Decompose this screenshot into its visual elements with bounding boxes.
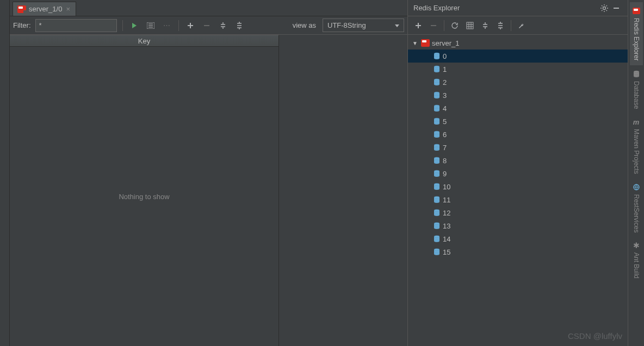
vtab-restservices[interactable]: RestServices xyxy=(630,178,643,237)
editor-tab[interactable]: server_1/0 × xyxy=(13,2,76,16)
encoding-select[interactable]: UTF-8String xyxy=(323,18,404,32)
server-name: server_1 xyxy=(432,39,460,47)
redis-icon xyxy=(421,39,430,47)
separator xyxy=(444,20,444,31)
separator xyxy=(122,20,123,31)
empty-message: Nothing to show xyxy=(119,193,169,201)
server-tree[interactable]: ▼ server_1 0123456789101112131415 xyxy=(408,35,628,346)
tree-db-node[interactable]: 15 xyxy=(408,245,628,258)
svg-point-33 xyxy=(434,196,439,199)
refresh-icon[interactable] xyxy=(449,20,461,32)
tree-db-node[interactable]: 7 xyxy=(408,141,628,154)
database-icon xyxy=(433,65,441,73)
list-icon[interactable] xyxy=(145,20,157,32)
expand-all-button[interactable] xyxy=(217,20,229,32)
minimize-icon[interactable] xyxy=(610,2,622,14)
svg-point-15 xyxy=(434,79,439,81)
collapse-all-button[interactable] xyxy=(233,20,245,32)
db-number: 15 xyxy=(443,248,450,256)
remove-button[interactable] xyxy=(428,20,439,32)
db-number: 6 xyxy=(443,131,447,139)
svg-point-42 xyxy=(634,71,639,73)
database-icon xyxy=(433,118,441,125)
tree-db-node[interactable]: 3 xyxy=(408,89,628,102)
tree-db-node[interactable]: 11 xyxy=(408,193,628,206)
tree-db-node[interactable]: 8 xyxy=(408,154,628,167)
db-number: 13 xyxy=(443,222,450,230)
db-number: 9 xyxy=(443,170,447,178)
vtab-redis-explorer[interactable]: Redis Explorer xyxy=(630,2,643,65)
vtab-label: Redis Explorer xyxy=(633,18,640,61)
svg-point-11 xyxy=(434,53,439,55)
vtab-label: Maven Projects xyxy=(633,129,640,174)
tree-db-node[interactable]: 6 xyxy=(408,128,628,141)
db-number: 3 xyxy=(443,91,447,100)
value-panel xyxy=(279,35,407,346)
svg-rect-5 xyxy=(467,22,473,29)
database-icon xyxy=(433,196,441,203)
add-button[interactable] xyxy=(184,20,196,32)
svg-point-20 xyxy=(434,118,439,120)
tree-db-node[interactable]: 5 xyxy=(408,115,628,128)
close-icon[interactable]: × xyxy=(65,5,71,13)
svg-point-29 xyxy=(434,170,439,172)
database-icon xyxy=(433,235,441,243)
redis-lock-icon xyxy=(17,5,26,13)
collapse-all-button[interactable] xyxy=(494,20,506,32)
remove-button[interactable] xyxy=(201,20,213,32)
svg-rect-0 xyxy=(147,22,154,29)
db-number: 0 xyxy=(443,52,447,60)
tree-db-node[interactable]: 13 xyxy=(408,219,628,232)
tree-db-node[interactable]: 12 xyxy=(408,206,628,219)
tab-label: server_1/0 xyxy=(29,5,62,13)
svg-point-4 xyxy=(603,7,606,9)
vtab-ant-build[interactable]: ✱Ant Build xyxy=(630,237,643,283)
tree-db-node[interactable]: 1 xyxy=(408,63,628,76)
filter-label: Filter: xyxy=(13,21,31,29)
db-number: 11 xyxy=(443,196,450,204)
explorer-toolbar xyxy=(408,16,628,35)
column-header-key[interactable]: Key xyxy=(10,35,279,47)
tree-db-node[interactable]: 14 xyxy=(408,232,628,245)
gutter xyxy=(0,0,10,346)
maven-icon: m xyxy=(632,118,641,126)
expand-all-button[interactable] xyxy=(479,20,491,32)
grid-icon[interactable] xyxy=(464,20,476,32)
database-icon xyxy=(433,183,441,190)
separator xyxy=(178,20,179,31)
tree-db-node[interactable]: 2 xyxy=(408,76,628,89)
db-number: 10 xyxy=(443,183,450,191)
database-icon xyxy=(433,157,441,164)
vtab-database[interactable]: Database xyxy=(630,65,643,113)
tree-db-node[interactable]: 9 xyxy=(408,167,628,180)
tree-server-node[interactable]: ▼ server_1 xyxy=(408,36,628,50)
left-toolbar: Filter: ⋯ view as UTF-8String xyxy=(10,16,407,35)
main-panel: server_1/0 × Filter: ⋯ view as UTF-8St xyxy=(10,0,408,346)
db-number: 8 xyxy=(443,157,447,165)
ellipsis-icon[interactable]: ⋯ xyxy=(161,20,173,32)
db-number: 4 xyxy=(443,104,447,113)
svg-point-16 xyxy=(434,92,439,94)
tree-db-node[interactable]: 4 xyxy=(408,102,628,115)
encoding-value: UTF-8String xyxy=(327,21,366,29)
filter-input[interactable] xyxy=(35,19,117,32)
db-number: 5 xyxy=(443,118,447,126)
run-button[interactable] xyxy=(128,20,140,32)
panel-header: Redis Explorer xyxy=(408,0,628,16)
db-number: 1 xyxy=(443,65,447,73)
tree-db-node[interactable]: 0 xyxy=(408,50,628,63)
expand-triangle-icon[interactable]: ▼ xyxy=(412,40,419,46)
separator xyxy=(511,20,511,31)
tree-db-node[interactable]: 10 xyxy=(408,180,628,193)
svg-point-36 xyxy=(434,223,439,225)
svg-point-30 xyxy=(434,183,439,186)
wrench-icon[interactable] xyxy=(516,20,528,32)
add-button[interactable] xyxy=(412,20,424,32)
db-number: 2 xyxy=(443,78,447,86)
database-icon xyxy=(433,52,441,60)
database-icon xyxy=(433,91,441,99)
svg-point-22 xyxy=(434,131,439,133)
gear-icon[interactable] xyxy=(598,2,610,14)
svg-point-24 xyxy=(434,144,439,146)
vtab-maven-projects[interactable]: mMaven Projects xyxy=(630,113,643,178)
